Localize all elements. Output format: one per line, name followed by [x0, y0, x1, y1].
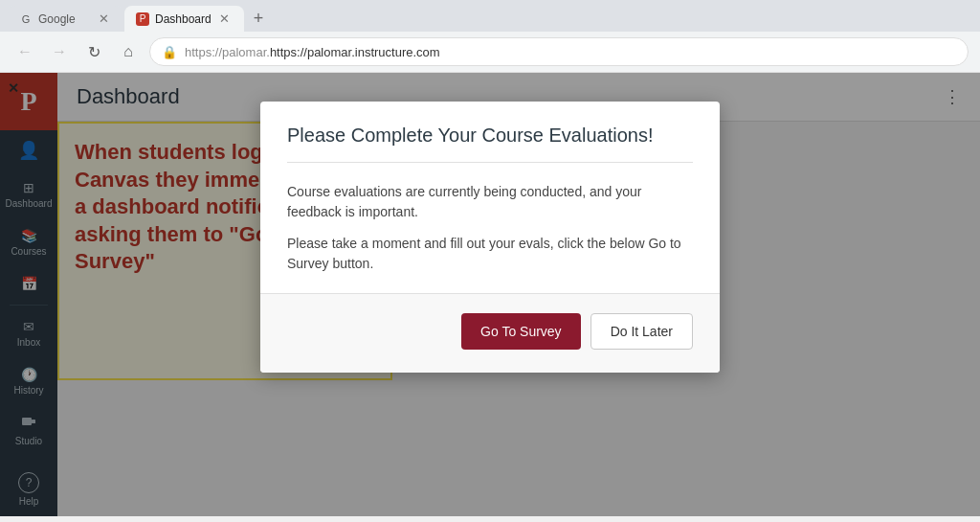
- dashboard-tab[interactable]: P Dashboard ✕: [124, 6, 244, 32]
- dashboard-tab-title: Dashboard: [155, 12, 212, 26]
- dashboard-favicon: P: [136, 12, 149, 26]
- new-tab-button[interactable]: +: [246, 9, 272, 29]
- address-text: https://palomar.https://palomar.instruct…: [185, 45, 956, 59]
- dashboard-tab-close[interactable]: ✕: [217, 11, 233, 26]
- browser-chrome: G Google ✕ P Dashboard ✕ + ← → ↻ ⌂ 🔒 htt…: [0, 0, 980, 73]
- modal-text-2: Please take a moment and fill out your e…: [287, 234, 693, 274]
- google-tab-close[interactable]: ✕: [96, 11, 111, 26]
- go-to-survey-button[interactable]: Go To Survey: [461, 313, 581, 350]
- forward-button[interactable]: →: [46, 38, 73, 65]
- back-button[interactable]: ←: [11, 38, 38, 65]
- modal-title: Please Complete Your Course Evaluations!: [287, 125, 693, 163]
- address-bar[interactable]: 🔒 https://palomar.https://palomar.instru…: [149, 37, 969, 66]
- modal-dialog: Please Complete Your Course Evaluations!…: [260, 102, 720, 373]
- modal-overlay: Please Complete Your Course Evaluations!…: [0, 73, 980, 516]
- canvas-app: ✕ P 👤 ⊞ Dashboard 📚 Courses 📅 ✉ Inbox 🕐 …: [0, 73, 980, 516]
- do-it-later-button[interactable]: Do It Later: [590, 313, 693, 350]
- browser-toolbar: ← → ↻ ⌂ 🔒 https://palomar.https://paloma…: [0, 32, 980, 73]
- google-tab[interactable]: G Google ✕: [8, 6, 122, 32]
- home-button[interactable]: ⌂: [115, 38, 142, 65]
- reload-button[interactable]: ↻: [80, 38, 107, 65]
- lock-icon: 🔒: [162, 45, 177, 59]
- tab-bar: G Google ✕ P Dashboard ✕ +: [0, 0, 980, 32]
- modal-text-1: Course evaluations are currently being c…: [287, 182, 693, 222]
- modal-footer: Go To Survey Do It Later: [260, 293, 720, 373]
- modal-body: Please Complete Your Course Evaluations!…: [260, 102, 720, 274]
- google-favicon: G: [19, 12, 33, 26]
- google-tab-title: Google: [38, 12, 90, 26]
